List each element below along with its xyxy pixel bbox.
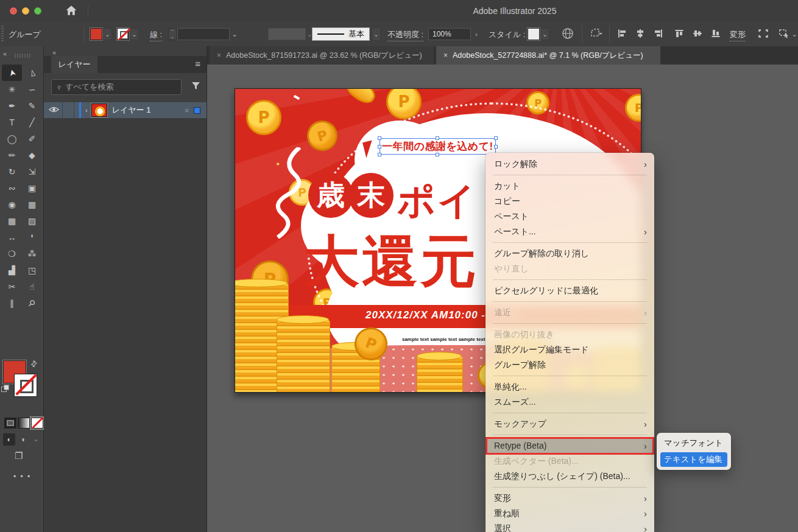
menu-item[interactable]: Retype (Beta)› — [486, 438, 654, 453]
ellipse-tool[interactable]: ◯ — [2, 130, 22, 147]
maximize-window-button[interactable] — [34, 7, 41, 15]
menu-item[interactable]: 単純化... — [486, 379, 654, 394]
stroke-proxy-swatch[interactable] — [14, 374, 37, 397]
align-horizontal-left-icon[interactable] — [616, 29, 627, 38]
blend-tool[interactable]: ❍ — [2, 245, 22, 262]
eraser-tool[interactable]: ◆ — [22, 147, 42, 163]
selection-tool[interactable]: ➤ — [2, 65, 22, 81]
line-segment-tool[interactable]: ╱ — [22, 114, 42, 130]
submenu-item[interactable]: マッチフォント — [660, 436, 727, 450]
draw-inside-mode[interactable]: ◒ — [30, 433, 42, 446]
free-transform-tool[interactable]: ▣ — [22, 180, 42, 196]
slice-tool[interactable]: ✂ — [2, 278, 22, 295]
filter-icon[interactable] — [191, 82, 200, 93]
transform-label[interactable]: 変形 — [730, 29, 746, 41]
menu-item[interactable]: 遠近› — [486, 305, 654, 320]
selected-text-bounding-box[interactable]: 一年間の感謝を込めて! — [380, 138, 496, 155]
menu-item[interactable]: コピー — [486, 194, 654, 209]
menu-item[interactable]: ピクセルグリッドに最適化 — [486, 283, 654, 298]
stroke-weight-label[interactable]: 線 : — [150, 29, 162, 41]
style-swatch[interactable] — [528, 28, 540, 40]
artboard-tool[interactable]: ◳ — [22, 262, 42, 278]
stroke-weight-stepper[interactable]: ⌃⌄ — [168, 28, 177, 40]
scale-tool[interactable]: ⇲ — [22, 163, 42, 180]
controlbar-grip[interactable] — [1, 26, 4, 43]
controlbar-overflow-chevron[interactable]: ⌄ — [789, 28, 798, 40]
default-fill-stroke-icon[interactable] — [1, 385, 9, 392]
menu-item[interactable]: やり直し — [486, 261, 654, 276]
menu-item[interactable]: 生成塗りつぶし (シェイプ) (Beta)... — [486, 469, 654, 484]
close-tab-icon[interactable]: × — [443, 51, 448, 60]
shape-builder-tool[interactable]: ◉ — [2, 196, 22, 212]
expand-layer-icon[interactable]: › — [85, 107, 88, 114]
menu-item[interactable]: ペースト — [486, 209, 654, 224]
mesh-tool[interactable]: ▩ — [2, 212, 22, 229]
brush-definition-select[interactable] — [268, 28, 306, 40]
menu-item[interactable]: 生成ベクター (Beta)... — [486, 453, 654, 469]
edit-toolbar-icon[interactable]: • • • — [13, 472, 31, 481]
layer-name[interactable]: レイヤー 1 — [112, 105, 185, 116]
paintbrush-tool[interactable]: ✐ — [22, 130, 42, 147]
opacity-field[interactable]: 100% — [428, 28, 471, 40]
shaper-tool[interactable]: ✏ — [2, 147, 22, 163]
menu-item[interactable]: 画像の切り抜き — [486, 327, 654, 342]
rotate-tool[interactable]: ↻ — [2, 163, 22, 180]
screen-mode-icon[interactable]: ❐ — [15, 450, 23, 461]
align-horizontal-center-icon[interactable] — [635, 29, 646, 38]
menu-item[interactable]: モックアップ› — [486, 416, 654, 432]
type-tool[interactable]: T — [2, 114, 22, 130]
none-button[interactable] — [31, 418, 43, 429]
layer-row[interactable]: › レイヤー 1 ○ — [44, 102, 207, 118]
style-chevron[interactable]: ⌄ — [540, 28, 549, 40]
menu-item[interactable]: 変形› — [486, 491, 654, 506]
draw-behind-mode[interactable]: ◑ — [16, 433, 29, 446]
curvature-tool[interactable]: ✎ — [22, 97, 42, 114]
fill-color-dropdown[interactable]: ⌄ — [103, 28, 112, 40]
width-tool[interactable]: ↔ — [2, 229, 22, 245]
lasso-tool[interactable]: ∽ — [22, 81, 42, 97]
layers-search-input[interactable]: ⌕ すべてを検索 — [51, 79, 182, 95]
hand-tool[interactable]: ☝ — [22, 278, 42, 295]
collapse-layers-icon[interactable]: « — [52, 49, 55, 56]
opacity-expand-button[interactable]: › — [471, 28, 481, 40]
menu-item[interactable]: ペースト...› — [486, 224, 654, 239]
eyedropper-tool[interactable]: ❛ — [22, 229, 42, 245]
align-vertical-center-icon[interactable] — [692, 29, 703, 38]
creative-cloud-sphere-icon[interactable] — [562, 27, 574, 40]
lock-column[interactable] — [62, 102, 74, 118]
variable-width-profile-button[interactable]: 基本 — [312, 27, 370, 41]
selection-indicator[interactable] — [194, 107, 200, 114]
menu-item[interactable]: グループ解除の取り消し — [486, 246, 654, 261]
stroke-weight-chevron[interactable]: ⌄ — [230, 28, 239, 40]
layer-thumbnail[interactable] — [91, 103, 107, 117]
column-graph-tool[interactable]: ▟ — [2, 262, 22, 278]
draw-normal-mode[interactable]: ◐ — [3, 433, 15, 446]
menu-item[interactable]: カット — [486, 178, 654, 194]
tab-layers[interactable]: レイヤー — [51, 56, 97, 73]
align-vertical-bottom-icon[interactable] — [710, 29, 721, 38]
close-window-button[interactable] — [10, 7, 17, 15]
align-horizontal-right-icon[interactable] — [653, 29, 664, 38]
symbol-sprayer-tool[interactable]: ⁂ — [22, 245, 42, 262]
opacity-label[interactable]: 不透明度 : — [387, 29, 423, 41]
bounding-box-corners-icon[interactable] — [757, 28, 769, 39]
collapse-tools-icon[interactable]: « — [3, 50, 6, 57]
menu-item[interactable]: グループ解除 — [486, 357, 654, 373]
zoom-tool[interactable]: ⚲ — [22, 295, 42, 311]
align-vertical-top-icon[interactable] — [674, 29, 685, 38]
layers-menu-icon[interactable]: ≡ — [195, 58, 200, 69]
gradient-tool[interactable]: ▨ — [22, 212, 42, 229]
stroke-color-swatch[interactable] — [117, 28, 129, 40]
isolate-object-icon[interactable] — [590, 28, 603, 39]
gradient-button[interactable] — [18, 418, 30, 429]
magic-wand-tool[interactable]: ✳ — [2, 81, 22, 97]
document-tab-active[interactable]: × AdobeStock_527724888.ai* @ 7.1 % (RGB/… — [436, 46, 660, 65]
pen-tool[interactable]: ✒ — [2, 97, 22, 114]
minimize-window-button[interactable] — [22, 7, 29, 15]
menu-item[interactable]: 選択› — [486, 521, 654, 532]
close-tab-icon[interactable]: × — [217, 51, 221, 60]
swap-fill-stroke-icon[interactable]: ⇄ — [28, 358, 39, 369]
select-similar-icon[interactable] — [779, 28, 791, 39]
tools-grip[interactable] — [15, 54, 30, 58]
target-circle-icon[interactable]: ○ — [185, 107, 189, 114]
